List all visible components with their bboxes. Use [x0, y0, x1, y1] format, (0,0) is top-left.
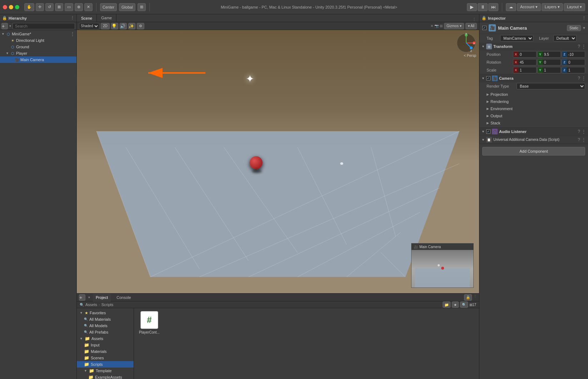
- scene-light-button[interactable]: 💡: [111, 23, 118, 29]
- tab-scene[interactable]: Scene: [77, 14, 97, 22]
- uacd-help-icon[interactable]: ?: [578, 137, 580, 142]
- hierarchy-item-player[interactable]: ▼ ⬡ Player: [0, 50, 76, 56]
- project-lock-button[interactable]: 🔒: [464, 294, 472, 301]
- inspector-active-checkbox[interactable]: ✓: [482, 26, 487, 30]
- assets-header[interactable]: ▼ 📁 Assets: [77, 335, 134, 342]
- hierarchy-menu-icon[interactable]: ⋮: [70, 16, 74, 20]
- position-x-field[interactable]: X 0: [513, 51, 537, 58]
- scene-area-menu[interactable]: ⋮: [472, 17, 479, 22]
- sidebar-exampleassets[interactable]: 📁 ExampleAssets: [77, 374, 134, 379]
- sidebar-scripts[interactable]: 📁 Scripts: [77, 361, 134, 368]
- tree-dot-menu-minigame[interactable]: ⋮: [70, 31, 75, 37]
- center-button[interactable]: Center: [100, 3, 117, 11]
- move-tool-button[interactable]: ✛: [36, 3, 44, 11]
- inspector-lock-icon[interactable]: 🔒: [482, 16, 487, 20]
- collab-button[interactable]: ☁: [506, 3, 516, 11]
- maximize-button[interactable]: [15, 5, 19, 9]
- projection-row[interactable]: ▶ Projection: [487, 91, 585, 98]
- static-button[interactable]: Static: [567, 25, 581, 31]
- render-type-select[interactable]: Base: [517, 83, 585, 89]
- custom-tool-button[interactable]: ✕: [84, 3, 93, 11]
- camera-help-icon[interactable]: ?: [578, 76, 580, 81]
- breadcrumb-scripts[interactable]: Scripts: [101, 302, 114, 307]
- gizmo-widget[interactable]: Y X Z: [456, 33, 476, 53]
- hierarchy-lock-icon[interactable]: 🔒: [2, 16, 7, 20]
- scene-audio-button[interactable]: 🔊: [120, 23, 127, 29]
- static-arrow-icon[interactable]: ▾: [583, 25, 585, 30]
- global-button[interactable]: Global: [119, 3, 135, 11]
- layout-button[interactable]: Layout ▾: [564, 3, 585, 11]
- tab-console[interactable]: Console: [114, 294, 134, 301]
- scale-x-field[interactable]: X 1: [513, 67, 537, 73]
- hand-tool-button[interactable]: ✋: [24, 3, 34, 11]
- hierarchy-item-dirlight[interactable]: ☀ Directional Light: [0, 37, 76, 44]
- hierarchy-item-ground[interactable]: ⬡ Ground: [0, 44, 76, 50]
- camera-section-header[interactable]: ▼ ✓ 🎥 Camera ? ⋮: [479, 74, 588, 82]
- scene-all-button[interactable]: ▾ All: [465, 23, 477, 29]
- rotation-z-field[interactable]: Z 0: [562, 59, 585, 65]
- sidebar-scenes[interactable]: 📁 Scenes: [77, 355, 134, 361]
- scale-y-field[interactable]: Y 1: [537, 67, 561, 73]
- minimize-button[interactable]: [9, 5, 13, 9]
- transform-tool-button[interactable]: ⊕: [75, 3, 83, 11]
- project-new-folder-button[interactable]: 📁: [443, 301, 450, 308]
- inspector-object-name[interactable]: Main Camera: [498, 25, 565, 31]
- grid-button[interactable]: ⊞: [138, 3, 146, 11]
- transform-help-icon[interactable]: ?: [578, 44, 580, 49]
- tab-game[interactable]: Game: [97, 14, 116, 22]
- uacd-menu-icon[interactable]: ⋮: [582, 137, 586, 142]
- 2d-mode-button[interactable]: 2D: [101, 23, 110, 29]
- persp-label[interactable]: < Persp: [464, 54, 476, 58]
- stack-row[interactable]: ▶ Stack: [487, 119, 585, 127]
- sidebar-input[interactable]: 📁 Input: [77, 342, 134, 348]
- account-button[interactable]: Account ▾: [517, 3, 541, 11]
- tag-select[interactable]: MainCamera: [500, 35, 533, 41]
- hierarchy-item-minigame[interactable]: ▼ ⬡ MiniGame* ⋮: [0, 31, 76, 37]
- favorites-header[interactable]: ▼ ★ Favorites: [77, 310, 134, 316]
- audio-active-checkbox[interactable]: ✓: [486, 129, 490, 134]
- environment-row[interactable]: ▶ Environment: [487, 105, 585, 112]
- hierarchy-add-button[interactable]: +: [1, 23, 8, 29]
- asset-playercontroller[interactable]: # PlayerCont...: [137, 311, 162, 334]
- rotation-y-field[interactable]: Y 0: [537, 59, 561, 65]
- sidebar-all-prefabs[interactable]: 🔍 All Prefabs: [77, 329, 134, 335]
- rotate-tool-button[interactable]: ↺: [45, 3, 54, 11]
- hierarchy-search-input[interactable]: [13, 23, 75, 29]
- sidebar-materials[interactable]: 📁 Materials: [77, 348, 134, 355]
- uacd-header[interactable]: ▼ 📋 Universal Additional Camera Data (Sc…: [479, 136, 588, 144]
- project-star-button[interactable]: ★: [452, 301, 459, 308]
- rendering-row[interactable]: ▶ Rendering: [487, 98, 585, 105]
- close-button[interactable]: [3, 5, 7, 9]
- play-button[interactable]: ▶: [467, 3, 477, 11]
- rotation-x-field[interactable]: X 45: [513, 59, 537, 65]
- sidebar-all-models[interactable]: 🔍 All Models: [77, 323, 134, 329]
- sidebar-template[interactable]: ▼ 📁 Template: [77, 368, 134, 374]
- rect-tool-button[interactable]: ▭: [65, 3, 73, 11]
- step-button[interactable]: ⏭: [488, 3, 498, 11]
- pause-button[interactable]: ⏸: [478, 3, 488, 11]
- output-row[interactable]: ▶ Output: [487, 112, 585, 119]
- breadcrumb-assets[interactable]: Assets: [85, 302, 97, 307]
- scale-z-field[interactable]: Z 1: [562, 67, 585, 73]
- shading-mode-select[interactable]: Shaded: [79, 23, 99, 29]
- add-component-button[interactable]: Add Component: [482, 147, 585, 156]
- project-search-button[interactable]: 🔍: [460, 301, 468, 308]
- audio-menu-icon[interactable]: ⋮: [582, 129, 586, 134]
- gizmos-button[interactable]: Gizmos ▾: [444, 23, 464, 29]
- project-add-button[interactable]: +: [79, 294, 85, 301]
- transform-section-header[interactable]: ▼ ⊕ Transform ? ⋮: [479, 43, 588, 50]
- position-y-field[interactable]: Y 9.5: [537, 51, 561, 58]
- hierarchy-item-maincamera[interactable]: 🎥 Main Camera: [0, 56, 76, 63]
- scene-hidden-button[interactable]: ⚙: [137, 23, 144, 29]
- audio-help-icon[interactable]: ?: [578, 129, 580, 134]
- camera-active-checkbox[interactable]: ✓: [486, 76, 490, 80]
- transform-menu-icon[interactable]: ⋮: [582, 44, 586, 49]
- tab-project[interactable]: Project: [93, 294, 111, 301]
- scale-tool-button[interactable]: ⊠: [55, 3, 63, 11]
- sidebar-all-materials[interactable]: 🔍 All Materials: [77, 316, 134, 323]
- audio-listener-header[interactable]: ▼ ✓ 🎧 Audio Listener ? ⋮: [479, 128, 588, 136]
- scene-viewport[interactable]: ✦: [77, 30, 479, 293]
- layer-select[interactable]: Default: [553, 35, 577, 41]
- inspector-menu-icon[interactable]: ⋮: [582, 16, 586, 20]
- camera-menu-icon[interactable]: ⋮: [582, 76, 586, 81]
